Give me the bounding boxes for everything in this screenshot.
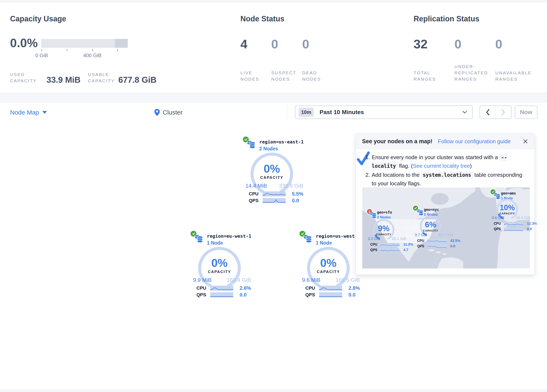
qps-value: 0.0 (239, 292, 246, 298)
capacity-percent: 0% (196, 257, 242, 268)
live-nodes-stat: 4 LIVE NODES (240, 38, 270, 82)
used-value: 3.7 GiB (415, 233, 427, 237)
database-icon (303, 234, 313, 244)
step-number: 1. (365, 153, 372, 170)
dead-nodes-label: DEAD NODES (302, 70, 321, 82)
step-number: 2. (365, 171, 372, 188)
time-range-badge: 10m (299, 108, 314, 117)
suspect-nodes-label: SUSPECT NODES (271, 70, 296, 82)
cpu-label: CPU (249, 191, 259, 197)
database-icon (246, 140, 256, 150)
usable-value: 169.4 GiB (227, 277, 251, 283)
axis-tick (92, 49, 93, 51)
view-mode-label: Node Map (10, 109, 39, 116)
axis-tick (41, 49, 42, 51)
cpu-sparkline (504, 222, 523, 226)
configuration-guide-link[interactable]: Follow our configuration guide (438, 138, 511, 145)
node-status-title: Node Status (240, 14, 284, 23)
now-button[interactable]: Now (515, 106, 537, 119)
qps-sparkline (427, 245, 446, 248)
capacity-bar (41, 39, 128, 48)
map-pin-icon (154, 109, 160, 116)
replication-status-title: Replication Status (414, 14, 479, 23)
close-icon (523, 139, 528, 144)
cpu-value: 12.3% (527, 221, 537, 226)
capacity-percent: 10% (495, 204, 520, 212)
capacity-usage-title: Capacity Usage (10, 14, 66, 23)
used-capacity-label: USED CAPACITY (10, 71, 37, 84)
qps-sparkline (380, 248, 400, 252)
unavailable-ranges-value: 0 (495, 38, 502, 50)
total-ranges-value: 32 (414, 38, 428, 50)
dead-nodes-stat: 0 DEAD NODES (302, 38, 332, 82)
qps-label: QPS (494, 227, 502, 231)
cpu-value: 2.8% (349, 285, 360, 291)
usable-capacity-label: USABLE CAPACITY (88, 71, 115, 84)
popup-title: See your nodes on a map! (362, 138, 432, 145)
popup-header: See your nodes on a map! Follow our conf… (356, 134, 534, 149)
qps-label: QPS (417, 244, 425, 248)
locality-name: geo=nyc (424, 207, 439, 212)
qps-label: QPS (305, 292, 315, 298)
cpu-label: CPU (196, 285, 206, 291)
qps-value: 0.0 (527, 227, 532, 231)
capacity-label: CAPACITY (305, 270, 351, 274)
qps-sparkline (210, 292, 233, 297)
view-toolbar: Node Map Cluster 10m Past 10 Minutes (0, 102, 547, 123)
axis-tick-label: 400 GiB (83, 53, 102, 58)
region-name: region=us-east-1 (259, 139, 304, 144)
total-ranges-label: TOTAL RANGES (414, 70, 436, 82)
cpu-value: 5.5% (292, 191, 303, 197)
chevron-right-icon (501, 109, 505, 115)
used-value: 9.9 MiB (193, 277, 212, 283)
database-icon (194, 234, 204, 244)
time-step-buttons (479, 106, 511, 119)
qps-label: QPS (370, 248, 378, 252)
capacity-percent: 9% (371, 225, 396, 233)
under-replicated-value: 0 (454, 38, 461, 50)
cpu-sparkline (427, 239, 446, 243)
time-range-label: Past 10 Minutes (320, 109, 462, 116)
breadcrumb-label: Cluster (163, 109, 183, 116)
close-button[interactable] (523, 139, 528, 144)
capacity-percent: 0% (305, 257, 351, 268)
time-step-back-button[interactable] (480, 106, 495, 118)
axis-tick (67, 49, 67, 51)
setup-steps: 1. Ensure every node in your cluster was… (365, 153, 527, 188)
step-text: Ensure every node in your cluster was st… (372, 153, 527, 170)
cpu-sparkline (380, 243, 400, 247)
usable-value: 338.9 GiB (279, 183, 303, 189)
used-value: 3.6 GiB (492, 216, 504, 220)
capacity-percent: 0% (249, 163, 295, 174)
chevron-down-icon (462, 111, 467, 114)
cpu-value: 11.0% (403, 242, 413, 247)
capacity-label: CAPACITY (249, 175, 295, 180)
code-snippet: system.locations (421, 172, 473, 179)
capacity-label: CAPACITY (418, 229, 443, 232)
locality-tree-link[interactable]: See current locality tree (413, 163, 470, 169)
time-step-forward-button[interactable] (495, 106, 511, 118)
live-nodes-value: 4 (240, 38, 247, 50)
axis-tick (117, 49, 118, 51)
usable-capacity-value: 677.8 GiB (118, 75, 157, 85)
usable-value: 65.7 GiB (438, 233, 453, 237)
qps-value: 0.0 (292, 198, 299, 204)
view-mode-dropdown[interactable]: Node Map (10, 102, 47, 122)
used-value: 9.6 MiB (302, 277, 320, 283)
now-button-label: Now (520, 109, 532, 116)
usable-value: 34.4 GiB (516, 216, 530, 220)
cpu-label: CPU (417, 239, 425, 243)
capacity-label: CAPACITY (371, 233, 396, 236)
used-value: 3.2 GiB (368, 237, 380, 241)
region-name: region=us-west-1 (316, 234, 360, 239)
cpu-label: CPU (305, 285, 315, 291)
cpu-value: 42.5% (450, 239, 460, 243)
cpu-value: 2.6% (239, 285, 251, 291)
axis-tick-label: 0 GiB (35, 53, 48, 58)
used-capacity-value: 33.9 MiB (47, 75, 80, 85)
breadcrumb[interactable]: Cluster (154, 102, 183, 122)
qps-value: 0.0 (450, 244, 455, 248)
capacity-label: CAPACITY (495, 212, 520, 215)
cpu-sparkline (319, 286, 342, 291)
time-range-dropdown[interactable]: 10m Past 10 Minutes (295, 106, 473, 119)
